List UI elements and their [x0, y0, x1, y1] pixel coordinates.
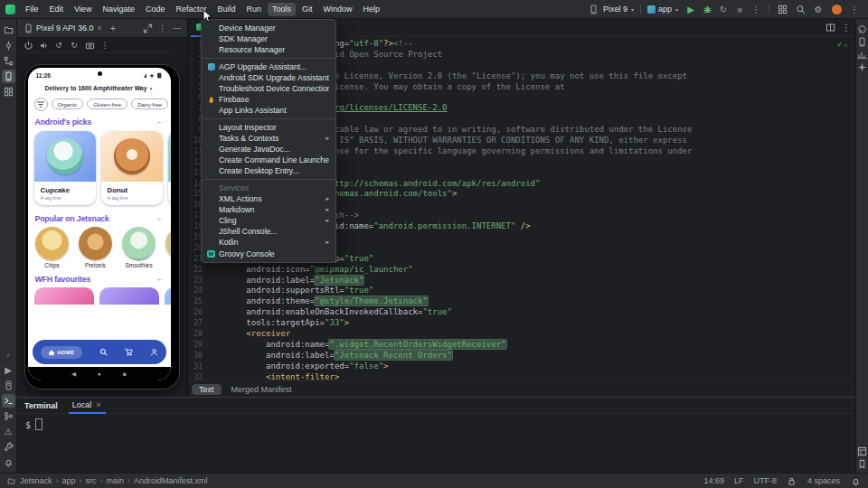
split-icon[interactable] — [824, 22, 836, 34]
menu-item-create-desktop-entry[interactable]: Create Desktop Entry... — [202, 165, 335, 176]
code-line[interactable]: 30 android:label="Jetsnack Recent Orders… — [187, 351, 856, 361]
menu-item-tasks-contexts[interactable]: Tasks & Contexts▸ — [202, 133, 335, 144]
breadcrumb-item[interactable]: Jetsnack — [20, 476, 62, 485]
more-v-icon[interactable]: ⋮ — [156, 23, 168, 34]
logcat-icon[interactable] — [2, 379, 15, 392]
device-tab[interactable]: Pixel 9 API 36.0 × — [21, 19, 106, 37]
chevron-right-icon[interactable]: › — [6, 350, 9, 360]
snack-card[interactable]: Donut A tag line — [101, 131, 163, 205]
device-selector[interactable]: Pixel 9 ▾ — [588, 3, 634, 15]
menu-bar-item[interactable]: Refactor — [171, 3, 211, 16]
snack-item[interactable]: Smoothies — [121, 227, 157, 268]
menu-item-generate-javadoc[interactable]: Generate JavaDoc... — [202, 144, 335, 155]
terminal-session-tab[interactable]: Local × — [69, 397, 106, 414]
menu-item-markdown[interactable]: Markdown▸ — [202, 204, 335, 215]
menu-item-app-links-assistant[interactable]: App Links Assistant — [202, 105, 335, 116]
rotate-right-icon[interactable]: ↻ — [69, 40, 80, 51]
add-device-tab-button[interactable]: + — [106, 23, 120, 33]
notifications-icon[interactable] — [2, 455, 15, 469]
more-v-icon[interactable]: ⋮ — [848, 3, 861, 15]
filter-icon[interactable] — [34, 98, 48, 111]
filter-chip[interactable]: Organic — [52, 99, 84, 109]
menu-bar-item[interactable]: Edit — [45, 3, 69, 16]
debug-icon[interactable] — [701, 3, 713, 15]
indent-widget[interactable]: 4 spaces — [807, 476, 840, 485]
widgets-icon[interactable] — [776, 3, 788, 15]
gradle-icon[interactable] — [857, 23, 868, 34]
menu-item-firebase[interactable]: Firebase — [202, 94, 335, 105]
snack-card-partial[interactable] — [34, 287, 94, 305]
arrow-left-icon[interactable]: ← — [156, 275, 164, 283]
menu-item-layout-inspector[interactable]: Layout Inspector — [202, 122, 335, 133]
menu-item-sdk-manager[interactable]: SDK Manager — [202, 33, 335, 44]
menu-bar-item[interactable]: Help — [359, 3, 385, 16]
resource-manager-icon[interactable] — [2, 85, 15, 99]
delivery-address-selector[interactable]: Delivery to 1600 Amphitheater Way ▼ — [28, 81, 171, 95]
more-v-icon[interactable]: ⋮ — [99, 40, 110, 51]
filter-chip[interactable]: Gluten-free — [87, 99, 127, 109]
maximize-icon[interactable] — [142, 23, 154, 34]
layout-inspector-icon[interactable] — [857, 446, 868, 456]
code-line[interactable]: 32 <intent-filter> — [187, 372, 856, 380]
nav-profile-icon[interactable] — [150, 348, 158, 356]
menu-item-kotlin[interactable]: Kotlin▸ — [202, 237, 335, 248]
project-folder-icon[interactable] — [2, 23, 15, 37]
lock-icon[interactable] — [787, 475, 797, 486]
file-encoding[interactable]: UTF-8 — [753, 476, 777, 485]
menu-bar-item[interactable]: Build — [212, 3, 240, 16]
rotate-left-icon[interactable]: ↺ — [53, 40, 64, 51]
menu-bar-item[interactable]: Run — [241, 3, 266, 16]
more-v-icon[interactable]: ⋮ — [750, 3, 762, 15]
code-line[interactable]: 25 android:theme="@style/Theme.Jetsnack" — [187, 296, 856, 307]
menu-item-xml-actions[interactable]: XML Actions▸ — [202, 193, 335, 204]
notifications-icon[interactable] — [850, 475, 861, 486]
terminal-title[interactable]: Terminal — [24, 401, 58, 410]
menu-item-android-sdk-upgrade-assistant[interactable]: Android SDK Upgrade Assistant — [202, 72, 335, 83]
stop-icon[interactable]: ■ — [733, 3, 746, 15]
snack-item[interactable]: Popcorn — [165, 227, 171, 268]
snack-card[interactable]: Eclair A tag line — [168, 131, 171, 205]
code-line[interactable]: 31 android:exported="false"> — [187, 361, 856, 372]
menu-item-groovy-console[interactable]: MGroovy Console — [202, 249, 335, 259]
structure-icon[interactable] — [2, 54, 15, 68]
inspections-widget[interactable]: ✓ ▾ — [837, 40, 847, 51]
snack-card[interactable]: Cupcake A tag line — [34, 131, 96, 205]
line-separator[interactable]: LF — [734, 476, 744, 485]
menu-item-create-command-line-launcher[interactable]: Create Command Line Launcher... — [202, 155, 335, 165]
bookmarks-icon[interactable] — [857, 458, 868, 469]
problems-icon[interactable]: ⚠ — [2, 425, 15, 438]
code-line[interactable]: 24 android:supportsRtl="true" — [187, 286, 856, 296]
home-button[interactable]: ● — [98, 371, 101, 377]
breadcrumb-item[interactable]: AndroidManifest.xml — [134, 476, 208, 485]
play-icon[interactable]: ▶ — [684, 3, 697, 15]
snack-card-partial[interactable] — [99, 287, 159, 305]
code-line[interactable]: 27 tools:targetApi="33"> — [187, 318, 856, 329]
power-icon[interactable] — [23, 40, 33, 51]
menu-bar-item[interactable]: Code — [141, 3, 170, 16]
code-line[interactable]: 28 <receiver — [187, 329, 856, 340]
menu-item-resource-manager[interactable]: Resource Manager — [202, 44, 335, 55]
hide-icon[interactable]: — — [171, 23, 183, 34]
recents-button[interactable]: ■ — [123, 371, 127, 377]
terminal-output[interactable]: $ — [16, 414, 856, 474]
breadcrumb-item[interactable]: src — [86, 476, 107, 485]
menu-item-device-manager[interactable]: Device Manager — [202, 23, 335, 33]
search-icon[interactable] — [794, 3, 807, 15]
menu-item-troubleshoot-device-connections[interactable]: Troubleshoot Device Connections — [202, 83, 335, 94]
menu-bar-item[interactable]: File — [21, 3, 43, 16]
snack-item[interactable]: Chips — [34, 227, 71, 268]
menu-bar-item[interactable]: View — [70, 3, 96, 16]
settings-icon[interactable]: ⚙ — [812, 3, 825, 15]
menu-bar-item[interactable]: Git — [297, 3, 317, 16]
git-icon[interactable] — [2, 409, 15, 423]
device-manager-icon[interactable] — [857, 36, 868, 47]
more-v-icon[interactable]: ⋮ — [840, 22, 853, 34]
arrow-left-icon[interactable]: ← — [156, 117, 164, 126]
nav-home-button[interactable]: HOME — [41, 346, 82, 359]
caret-position[interactable]: 14:69 — [703, 476, 724, 485]
app-insights-icon[interactable] — [857, 49, 868, 60]
filter-chip[interactable]: Dairy-free — [131, 99, 168, 109]
avatar-icon[interactable] — [830, 3, 843, 15]
snack-item[interactable]: Pretzels — [78, 227, 114, 268]
run-config-selector[interactable]: app ▾ — [647, 5, 678, 14]
